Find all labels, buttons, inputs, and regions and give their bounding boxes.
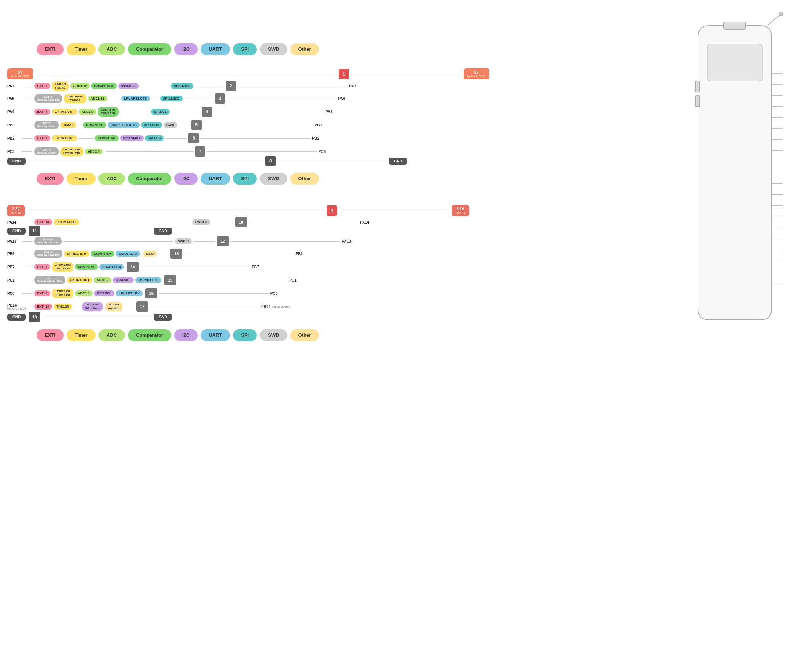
device-svg	[687, 7, 783, 346]
pb7-comp: COMP2 IN-	[75, 264, 98, 270]
pb14-label: PB14	[7, 303, 16, 307]
pb3-row: PB3 EXTI 3Used by ok key TIM2.2 COMP2 IN…	[7, 120, 322, 130]
legend-swd: SWD	[260, 43, 287, 55]
svg-point-22	[779, 12, 783, 16]
legend-adc: ADC	[98, 43, 125, 55]
svg-rect-0	[707, 44, 762, 81]
pa4-spi: SPI1.CS	[151, 109, 170, 115]
hline-pin1	[35, 74, 337, 74]
legend3-timer: Timer	[67, 329, 96, 341]
pa14-label: PA14	[7, 220, 20, 224]
power-5v-label: 5V	[11, 70, 29, 75]
pb14-other: iButtononewire	[105, 302, 123, 311]
pa4-timer: LPTIM2.OUT	[52, 109, 78, 115]
pa14-exti: EXTI 14	[34, 219, 52, 225]
gnd3-left: GND	[7, 314, 26, 321]
pin1-row: 5V Up to 2A, FUSE 1 5V Up to 2A, FUSE	[7, 68, 489, 79]
gnd2-row: GND 11 GND	[7, 226, 172, 236]
pa6-timer: TIM1.8BKINTIM16.1	[64, 94, 86, 103]
pc1-adc: ADC1.2	[94, 277, 111, 283]
legend-comparator: Comparator	[128, 43, 171, 55]
pc0-row: PC0 EXTI 0 LPTIM1.IN1LPTIM2.IN1 ADC1.1 I…	[7, 288, 278, 298]
pa6-spi: SPI1.MISO	[160, 96, 183, 102]
legend-spi: SPI	[233, 43, 257, 55]
pb14-exti: EXTI 14	[34, 304, 52, 310]
pc0-timer: LPTIM1.IN1LPTIM2.IN1	[52, 288, 74, 298]
pa7-i2c: I2C3.SCL	[118, 83, 139, 89]
pc0-label: PC0	[7, 292, 20, 296]
legend-uart: UART	[201, 43, 230, 55]
pb14-sub: Pull-up 1K to 5V	[7, 307, 26, 310]
pb14-timer: TIM1.2N	[54, 304, 72, 310]
pa13-exti: EXTI 13Used by back key	[34, 237, 62, 246]
pc0-i2c: I2C3.SCL	[94, 290, 114, 296]
power-33v-right: 3.3V Up to 1A	[452, 205, 469, 216]
power-5v-left: 5V Up to 2A, FUSE	[7, 68, 33, 79]
pin-num-2: 2	[225, 81, 236, 91]
pb6-exti: EXTI 6Used by down key	[34, 250, 62, 258]
svg-rect-2	[695, 81, 699, 92]
pb2-timer: LPTIM1.OUT	[52, 135, 78, 141]
pc1-exti: EXTI 1Shared with SubGHz	[34, 276, 65, 285]
pin-num-1: 1	[339, 69, 349, 79]
gnd1-left: GND	[7, 158, 26, 165]
pa6-uart: LPUART1.CTS	[121, 96, 150, 102]
pb6-label: PB6	[7, 252, 20, 256]
pc0-uart: LPUART1.RX	[116, 290, 142, 296]
pin9-row: 3.3V Up to 1A 9 3.3V Up to 1A	[7, 205, 469, 216]
power-5v-sub: Up to 2A, FUSE	[11, 75, 29, 78]
pb3-comp: COMP2 IN-	[83, 122, 106, 128]
pa4-exti: EXTI 4	[34, 109, 50, 115]
legend3-spi: SPI	[233, 329, 257, 341]
legend2-comparator: Comparator	[128, 173, 171, 185]
legend-other: Other	[290, 43, 319, 55]
pb3-spi: SPI1.SCK	[141, 122, 162, 128]
pa6-row: PA6 EXTI 6Used by down key TIM1.8BKINTIM…	[7, 93, 345, 104]
pin-num-3: 3	[215, 93, 225, 104]
pc1-timer: LPTIM1.OUT	[67, 277, 93, 283]
pc3-timer: LPTIM1.ETRLPTIM2.ETR	[60, 147, 83, 156]
pin-num-12: 12	[217, 236, 229, 246]
pin-num-4: 4	[202, 106, 212, 117]
pb14-row: PB14 Pull-up 1K to 5V EXTI 14 TIM1.2N I2…	[7, 301, 291, 312]
pa4-label: PA4	[7, 110, 20, 114]
pb14-i2c: I2C3.SDA5V pull-up	[82, 302, 103, 311]
pa6-exti: EXTI 6Used by down key	[34, 95, 62, 103]
pb6-other: MCO	[143, 251, 157, 257]
pa7-label: PA7	[7, 84, 20, 88]
pb7-timer: LPTIM1.IN2TIM1.BKIN	[52, 262, 74, 271]
gnd1-row: GND 8 GND	[7, 156, 407, 166]
legend2-i2c: I2C	[174, 173, 198, 185]
pa4-adc: ADC1.9	[78, 109, 96, 115]
power-5v-right: 5V Up to 2A, FUSE	[464, 68, 489, 79]
legend-bottom: EXTI Timer ADC Comparator I2C UART SPI S…	[37, 329, 319, 341]
legend2-uart: UART	[201, 173, 230, 185]
pa4-row: PA4 EXTI 4 LPTIM2.OUT ADC1.9 COMP1 IN-CO…	[7, 106, 333, 117]
pb2-spi: SPI1.CS	[145, 135, 164, 141]
pc3-row: PC3 EXTI 3Used by ok key LPTIM1.ETRLPTIM…	[7, 146, 325, 157]
legend3-swd: SWD	[260, 329, 287, 341]
legend3-comparator: Comparator	[128, 329, 171, 341]
page: EXTI Timer ADC Comparator I2C UART SPI S…	[0, 0, 812, 665]
pa13-row: PA13 EXTI 13Used by back key SWDIO 12 PA…	[7, 236, 351, 246]
pa14-swd: SWCLK	[192, 219, 210, 225]
gnd1-right: GND	[389, 158, 407, 165]
pa7-exti: EXTI 7	[34, 83, 50, 89]
pa7-row: PA7 EXTI 7 TIM1.1NTIM17.1 ADC1.12 COMP2 …	[7, 81, 356, 91]
pa7-timer: TIM1.1NTIM17.1	[52, 81, 69, 90]
gnd3-right: GND	[154, 314, 172, 321]
gnd2-left: GND	[7, 228, 26, 234]
pb6-uart: USART1.TX	[116, 251, 140, 257]
pin-num-15: 15	[164, 275, 176, 285]
pb2-label: PB2	[7, 136, 20, 141]
pin-num-9: 9	[327, 205, 337, 216]
legend2-exti: EXTI	[37, 173, 64, 185]
pb7-row: PB7 EXTI 7 LPTIM1.IN2TIM1.BKIN COMP2 IN-…	[7, 262, 259, 272]
pin-num-14: 14	[127, 262, 139, 272]
pc3-exti: EXTI 3Used by ok key	[34, 147, 59, 156]
pin-num-10: 10	[235, 217, 247, 227]
legend-i2c: I2C	[174, 43, 198, 55]
legend-top: EXTI Timer ADC Comparator I2C UART SPI S…	[37, 43, 319, 55]
pb3-timer: TIM2.2	[60, 122, 77, 128]
pa6-label: PA6	[7, 97, 20, 101]
